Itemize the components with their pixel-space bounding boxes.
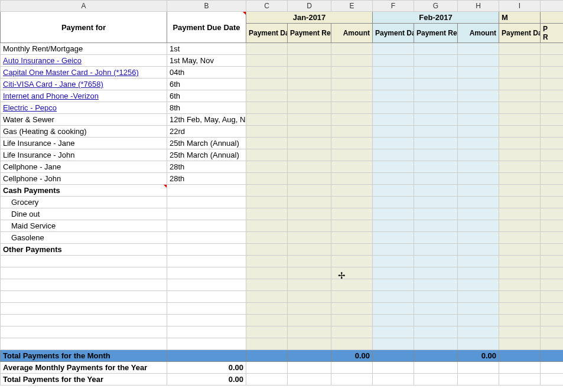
cell-month-feb[interactable] [373, 102, 414, 114]
cell-month-jan[interactable] [246, 232, 288, 244]
cell-month-jan[interactable] [331, 256, 373, 267]
cell-payment-for[interactable]: Monthly Rent/Mortgage [1, 43, 167, 55]
cell-month-next[interactable] [499, 338, 541, 350]
cell-month-jan[interactable] [331, 303, 373, 315]
cell-due-date[interactable]: 6th [167, 90, 246, 102]
cell-month-feb[interactable] [414, 79, 458, 90]
subheader-amount[interactable]: Amount [331, 24, 373, 43]
cell-month-next[interactable] [541, 197, 564, 208]
table-row[interactable]: Gasolene [1, 232, 564, 244]
table-row[interactable]: Life Insurance - John25th March (Annual) [1, 149, 564, 161]
cell-month-jan[interactable] [288, 291, 331, 303]
table-row[interactable]: Cellphone - Jane28th [1, 161, 564, 173]
cell-month-jan[interactable] [331, 220, 373, 232]
cell-month-jan[interactable] [331, 126, 373, 138]
cell-month-feb[interactable] [458, 232, 499, 244]
cell-month-feb[interactable] [414, 197, 458, 208]
cell-month-next[interactable] [499, 114, 541, 126]
cell-month-feb[interactable] [373, 90, 414, 102]
cell-month-feb[interactable] [458, 197, 499, 208]
cell-month-jan[interactable] [246, 244, 288, 256]
cell-month-next[interactable] [499, 67, 541, 79]
cell-month-jan[interactable] [246, 291, 288, 303]
cell-month-feb[interactable] [414, 90, 458, 102]
col-header[interactable]: E [331, 1, 373, 12]
cell-payment-for[interactable]: Life Insurance - John [1, 149, 167, 161]
cell-month-jan[interactable] [331, 43, 373, 55]
header-month-jan[interactable]: Jan-2017 [246, 12, 373, 24]
cell-month-next[interactable] [541, 67, 564, 79]
cell-payment-for[interactable] [1, 256, 167, 267]
cell-month-feb[interactable] [414, 220, 458, 232]
cell-month-feb[interactable] [458, 67, 499, 79]
cell-month-feb[interactable] [414, 303, 458, 315]
col-header[interactable]: H [458, 1, 499, 12]
cell-due-date[interactable] [167, 256, 246, 267]
avg-year-row[interactable]: Average Monthly Payments for the Year 0.… [1, 362, 564, 374]
cell-month-jan[interactable] [246, 279, 288, 291]
cell-month-feb[interactable] [414, 315, 458, 326]
cell-payment-for[interactable] [1, 338, 167, 350]
cell-month-next[interactable] [499, 161, 541, 173]
cell-month-feb[interactable] [414, 138, 458, 149]
subheader-payment-date[interactable]: Payment Date [246, 24, 288, 43]
cell-month-feb[interactable] [458, 220, 499, 232]
table-row[interactable]: Gas (Heating & cooking)22rd [1, 126, 564, 138]
subheader-amount[interactable]: Amount [458, 24, 499, 43]
cell-month-next[interactable] [499, 279, 541, 291]
cell-month-next[interactable] [541, 185, 564, 197]
cell-payment-for[interactable]: Cash Payments [1, 185, 167, 197]
header-month-partial[interactable] [541, 12, 564, 24]
cell-month-feb[interactable] [458, 126, 499, 138]
cell-due-date[interactable]: 12th Feb, May, Aug, Nov [167, 114, 246, 126]
cell-month-next[interactable] [499, 197, 541, 208]
table-row[interactable]: Life Insurance - Jane25th March (Annual) [1, 138, 564, 149]
cell-month-next[interactable] [541, 161, 564, 173]
cell-due-date[interactable] [167, 208, 246, 220]
cell-due-date[interactable] [167, 185, 246, 197]
col-header[interactable] [541, 1, 564, 12]
col-header[interactable]: G [414, 1, 458, 12]
cell-month-feb[interactable] [373, 114, 414, 126]
subheader-payment-date[interactable]: Payment Date [373, 24, 414, 43]
cell-month-feb[interactable] [458, 138, 499, 149]
cell-due-date[interactable] [167, 303, 246, 315]
table-row[interactable]: Cellphone - John28th [1, 173, 564, 185]
col-header[interactable]: I [499, 1, 541, 12]
cell-month-feb[interactable] [373, 197, 414, 208]
cell-month-jan[interactable] [288, 149, 331, 161]
cell-month-jan[interactable] [331, 79, 373, 90]
cell-month-jan[interactable] [246, 43, 288, 55]
cell-month-jan[interactable] [331, 208, 373, 220]
cell-month-feb[interactable] [458, 291, 499, 303]
subheader-payment-reference[interactable]: Payment Reference [414, 24, 458, 43]
cell-month-next[interactable] [499, 232, 541, 244]
cell-month-next[interactable] [499, 43, 541, 55]
cell-month-jan[interactable] [331, 90, 373, 102]
cell-month-next[interactable] [541, 102, 564, 114]
cell-payment-for[interactable]: Other Payments [1, 244, 167, 256]
cell-month-jan[interactable] [288, 208, 331, 220]
cell-payment-for[interactable]: Grocery [1, 197, 167, 208]
cell-month-jan[interactable] [246, 149, 288, 161]
spreadsheet-grid[interactable]: A B C D E F G H I Payment for Payment Du… [0, 0, 563, 386]
table-row[interactable]: Grocery [1, 197, 564, 208]
table-row[interactable]: Dine out [1, 208, 564, 220]
cell-month-feb[interactable] [373, 315, 414, 326]
cell-month-feb[interactable] [414, 161, 458, 173]
cell-month-next[interactable] [541, 303, 564, 315]
cell-month-feb[interactable] [414, 291, 458, 303]
cell-month-next[interactable] [499, 291, 541, 303]
cell-due-date[interactable] [167, 220, 246, 232]
cell-month-next[interactable] [541, 55, 564, 67]
cell-month-feb[interactable] [373, 291, 414, 303]
cell-month-next[interactable] [541, 173, 564, 185]
cell-month-feb[interactable] [373, 67, 414, 79]
cell-month-jan[interactable] [288, 55, 331, 67]
cell-month-feb[interactable] [458, 326, 499, 338]
cell-month-feb[interactable] [373, 232, 414, 244]
cell-month-jan[interactable] [331, 173, 373, 185]
cell-month-feb[interactable] [373, 138, 414, 149]
cell-month-feb[interactable] [458, 149, 499, 161]
subheader-partial[interactable]: PR [541, 24, 564, 43]
